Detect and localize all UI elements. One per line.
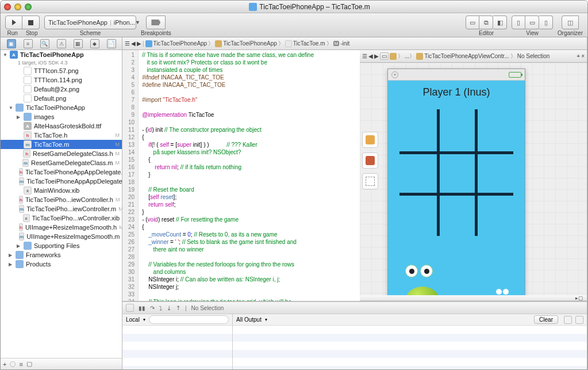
simulated-view[interactable]: × Player 1 (Inus)	[387, 68, 525, 295]
png-icon	[24, 67, 32, 75]
tree-row[interactable]: hTicTacToeiPho...iewController.hM	[1, 195, 122, 204]
tree-row[interactable]: ▼TicTacToeiPhoneApp	[1, 103, 122, 112]
filter-scm-button[interactable]: ≡	[19, 361, 22, 368]
editor-version-button[interactable]: ◧	[493, 16, 507, 29]
tree-row[interactable]: AAlteHaasGroteskBold.ttf	[1, 121, 122, 131]
editor-assistant-button[interactable]: ⧉	[479, 16, 493, 29]
project-tree[interactable]: ▼ A TicTacToeiPhoneApp 1 target, iOS SDK…	[1, 50, 122, 358]
source-code[interactable]: // This is if someone else have made the…	[139, 50, 317, 301]
tree-row[interactable]: Default.png	[1, 94, 122, 103]
files-owner-object[interactable]	[362, 132, 378, 148]
issue-navigator-tab[interactable]: ⚠	[57, 39, 66, 48]
game-screen: Player 1 (Inus)	[388, 81, 525, 295]
tree-row[interactable]: mTicTacToeiPho...iewController.mM	[1, 204, 122, 213]
view-utilities-button[interactable]: ▯	[539, 16, 553, 29]
tree-row[interactable]: mTicTacToeiPhoneAppAppDelegate.mM	[1, 177, 122, 186]
variables-list[interactable]	[122, 326, 232, 369]
pause-button[interactable]: ▮▮	[139, 305, 145, 311]
console-view[interactable]: All Output▾ Clear	[233, 314, 587, 369]
file-label: TicTacToe.m	[34, 141, 69, 148]
h-icon: h	[19, 223, 23, 231]
tree-row[interactable]: xTicTacToeiPho...wController.xib	[1, 213, 122, 223]
file-label: TicTacToeiPhoneAppAppDelegate.h	[25, 169, 122, 176]
hide-debug-button[interactable]	[126, 304, 134, 312]
tree-row[interactable]: mResetGameDelegateClass.mM	[1, 158, 122, 167]
add-assistant-button[interactable]: +	[577, 53, 580, 59]
step-out-button[interactable]: ⤒	[176, 305, 180, 311]
file-label: MainWindow.xib	[34, 187, 79, 194]
view-label: View	[526, 30, 539, 36]
clear-console-button[interactable]: Clear	[534, 315, 558, 324]
crumb-symbol[interactable]: -init	[340, 40, 349, 47]
hide-console-button[interactable]	[575, 316, 583, 324]
scheme-project: TicTacToeiPhoneApp	[48, 19, 107, 26]
tree-row[interactable]: ▶Supporting Files	[1, 241, 122, 250]
tree-row[interactable]: ▶Frameworks	[1, 250, 122, 260]
tree-row[interactable]: Default@2x.png	[1, 85, 122, 94]
output-filter[interactable]: All Output	[236, 316, 262, 323]
close-assistant-button[interactable]: ×	[581, 53, 585, 59]
close-window-button[interactable]	[4, 3, 11, 10]
source-editor[interactable]: 1234567891011121314151617181920212223242…	[122, 50, 360, 301]
continue-button[interactable]: ↷	[150, 305, 155, 311]
editor-standard-button[interactable]: ▭	[466, 16, 479, 29]
tree-row[interactable]: TTTIcon.114.png	[1, 75, 122, 85]
variables-search-input[interactable]	[149, 315, 229, 324]
search-navigator-tab[interactable]: 🔍	[40, 39, 49, 48]
tree-row[interactable]: mUIImage+ResizeImageSmooth.mM	[1, 232, 122, 241]
view-navigator-button[interactable]: ▯	[512, 16, 525, 29]
tree-row[interactable]: ▶Products	[1, 260, 122, 269]
filter-unsaved-button[interactable]: ▢	[26, 360, 32, 368]
project-navigator-tab[interactable]: ▣	[7, 39, 16, 48]
stop-button[interactable]	[22, 16, 40, 29]
crumb-file[interactable]: TicTacToe.m	[293, 40, 325, 47]
symbol-navigator-tab[interactable]: ≡	[24, 39, 33, 48]
scope-selector[interactable]: Local	[126, 316, 140, 323]
related-items-icon[interactable]: ☰	[125, 40, 130, 47]
window-titlebar: TicTacToeiPhoneApp – TicTacToe.m	[1, 1, 587, 13]
tree-row[interactable]: ▶images	[1, 112, 122, 121]
tree-row[interactable]: mTicTacToe.mM	[1, 140, 122, 149]
breakpoints-toggle[interactable]	[146, 16, 166, 29]
tree-row[interactable]: hResetGameDelegateClass.hM	[1, 149, 122, 158]
assistant-jump-bar[interactable]: ☰◀▶ ▭ 〉 ...〉 TicTacToeiPhoneAppViewContr…	[360, 50, 587, 63]
minimize-window-button[interactable]	[14, 3, 21, 10]
tree-row[interactable]: hUIImage+ResizeImageSmooth.hM	[1, 223, 122, 232]
step-over-button[interactable]: ⤵	[159, 305, 162, 311]
add-button[interactable]: +	[3, 361, 6, 368]
forward-button[interactable]: ▶	[137, 40, 141, 47]
console-output[interactable]	[233, 326, 587, 369]
debug-navigator-tab[interactable]: ▦	[74, 39, 83, 48]
variables-view[interactable]: Local▾	[122, 314, 233, 369]
frog-character	[399, 269, 445, 295]
close-icon[interactable]: ×	[391, 71, 398, 78]
crumb-project[interactable]: TicTacToeiPhoneApp	[153, 40, 207, 47]
organizer-label: Organizer	[558, 30, 583, 36]
organizer-button[interactable]: ◫	[562, 16, 579, 29]
ttf-icon: A	[24, 122, 32, 130]
run-button[interactable]	[5, 16, 22, 29]
breakpoint-navigator-tab[interactable]: ◆	[90, 39, 99, 48]
tree-row[interactable]: TTTIcon.57.png	[1, 66, 122, 75]
assistant-crumb-sel[interactable]: No Selection	[517, 53, 550, 59]
interface-builder-canvas[interactable]: × Player 1 (Inus)	[360, 63, 587, 295]
hide-variables-button[interactable]	[564, 316, 572, 324]
toggle-dock-button[interactable]: ▸▢	[575, 295, 583, 301]
crumb-folder[interactable]: TicTacToeiPhoneApp	[223, 40, 277, 47]
scheme-selector[interactable]: TicTacToeiPhoneApp | iPhon... ▼	[44, 16, 136, 29]
view-object[interactable]	[362, 173, 378, 189]
assistant-crumb-file[interactable]: TicTacToeiPhoneAppViewContr...	[424, 53, 509, 59]
jump-bar[interactable]: ☰ ◀ ▶ | TicTacToeiPhoneApp 〉 TicTacToeiP…	[122, 37, 587, 50]
tree-row[interactable]: hTicTacToeiPhoneAppAppDelegate.hM	[1, 167, 122, 177]
log-navigator-tab[interactable]: 📄	[107, 39, 116, 48]
first-responder-object[interactable]	[362, 152, 378, 169]
step-into-button[interactable]: ⤓	[167, 305, 171, 311]
traffic-lights	[4, 3, 32, 10]
filter-recent-button[interactable]	[10, 361, 16, 367]
project-root-row[interactable]: ▼ A TicTacToeiPhoneApp	[1, 50, 122, 59]
tree-row[interactable]: xMainWindow.xib	[1, 186, 122, 195]
view-debug-button[interactable]: ▭	[525, 16, 539, 29]
back-button[interactable]: ◀	[131, 40, 136, 47]
zoom-window-button[interactable]	[25, 3, 32, 10]
tree-row[interactable]: hTicTacToe.hM	[1, 131, 122, 140]
